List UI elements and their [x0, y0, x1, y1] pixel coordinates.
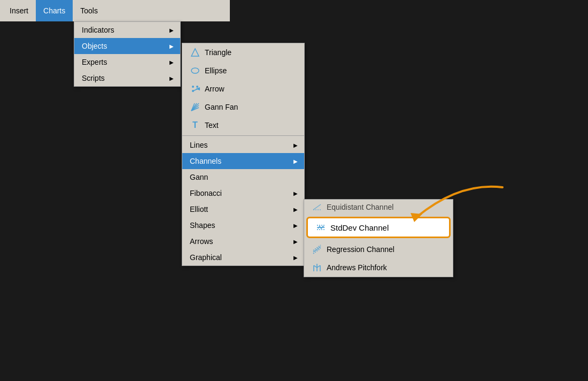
chevron-right-icon: ▶: [293, 142, 298, 148]
menu-item-regression[interactable]: Regression Channel: [304, 240, 453, 258]
menu-item-indicators[interactable]: Indicators ▶: [74, 22, 180, 38]
svg-line-12: [313, 204, 321, 210]
menu-item-ellipse[interactable]: Ellipse: [182, 62, 304, 80]
equidistant-icon: [312, 202, 322, 212]
svg-line-6: [193, 89, 198, 91]
menu-item-elliott[interactable]: Elliott ▶: [182, 201, 304, 217]
divider: [182, 135, 304, 136]
regression-icon: [312, 244, 322, 255]
menubar: Insert Charts Tools: [0, 0, 230, 21]
menu-item-equidistant[interactable]: Equidistant Channel: [304, 200, 453, 215]
menu-item-scripts[interactable]: Scripts ▶: [74, 70, 180, 86]
svg-point-3: [196, 86, 198, 88]
menu-item-objects[interactable]: Objects ▶: [74, 38, 180, 54]
highlighted-border: StdDev Channel: [306, 217, 451, 238]
ellipse-icon: [190, 65, 200, 76]
chevron-right-icon: ▶: [293, 158, 298, 164]
svg-point-1: [191, 68, 199, 73]
chevron-right-icon: ▶: [293, 255, 298, 261]
objects-submenu: Triangle Ellipse Arr: [182, 43, 305, 266]
menu-item-graphical[interactable]: Graphical ▶: [182, 249, 304, 265]
menu-item-channels[interactable]: Channels ▶: [182, 153, 304, 169]
menu-item-arrows[interactable]: Arrows ▶: [182, 233, 304, 249]
menu-item-experts[interactable]: Experts ▶: [74, 54, 180, 70]
svg-marker-0: [191, 49, 199, 56]
text-icon: T: [190, 120, 200, 131]
menu-item-lines[interactable]: Lines ▶: [182, 137, 304, 153]
menu-item-arrow[interactable]: Arrow: [182, 80, 304, 98]
stddev-icon: [315, 222, 326, 233]
menu-charts[interactable]: Charts: [36, 0, 73, 21]
svg-line-22: [317, 265, 320, 268]
arrow-shapes-icon: [190, 83, 200, 94]
insert-dropdown: Indicators ▶ Objects ▶ Experts ▶ Scripts…: [74, 21, 181, 87]
chevron-right-icon: ▶: [169, 59, 174, 65]
gannfan-icon: [190, 102, 200, 112]
channels-submenu: Equidistant Channel StdDev Channel: [304, 199, 453, 277]
menu-item-stddev[interactable]: StdDev Channel: [308, 218, 449, 237]
pitchfork-icon: [312, 262, 322, 273]
chevron-right-icon: ▶: [293, 239, 298, 245]
menu-item-triangle[interactable]: Triangle: [182, 43, 304, 62]
menu-item-gannfan[interactable]: Gann Fan: [182, 98, 304, 116]
menu-item-andrews[interactable]: Andrews Pitchfork: [304, 258, 453, 277]
menu-item-fibonacci[interactable]: Fibonacci ▶: [182, 185, 304, 201]
chevron-right-icon: ▶: [293, 207, 298, 212]
chevron-right-icon: ▶: [169, 75, 174, 81]
chevron-right-icon: ▶: [293, 190, 298, 196]
triangle-icon: [190, 47, 200, 58]
menu-tools[interactable]: Tools: [73, 0, 105, 21]
menu-item-gann[interactable]: Gann: [182, 169, 304, 185]
svg-line-21: [314, 265, 317, 268]
menu-item-text[interactable]: T Text: [182, 116, 304, 134]
chevron-right-icon: ▶: [169, 27, 174, 33]
chevron-right-icon: ▶: [169, 43, 174, 49]
chevron-right-icon: ▶: [293, 223, 298, 228]
menu-insert[interactable]: Insert: [2, 0, 36, 21]
svg-point-2: [192, 86, 194, 88]
menu-item-shapes[interactable]: Shapes ▶: [182, 217, 304, 233]
